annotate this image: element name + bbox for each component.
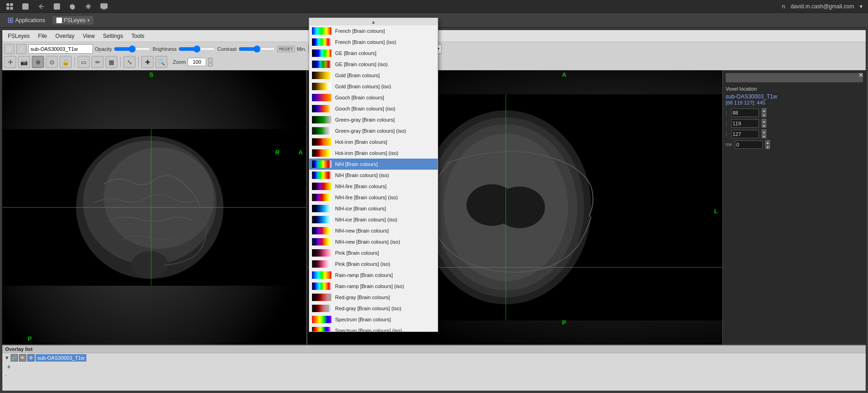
y-down-btn[interactable]: ▼: [762, 123, 766, 128]
menu-overlay[interactable]: Overlay: [52, 32, 78, 40]
layout-icon[interactable]: [21, 2, 30, 11]
lock-tool[interactable]: 🔒: [60, 56, 72, 68]
color-option-1[interactable]: French [Brain colours] (iso): [309, 37, 438, 48]
y-up-btn[interactable]: ▲: [762, 119, 766, 123]
color-option-16[interactable]: NIH-ice [Brain colours]: [309, 203, 438, 214]
color-option-27[interactable]: Spectrum [Brain colours] (iso): [309, 325, 438, 332]
cross-icon[interactable]: [84, 2, 92, 11]
close-right-panel-btn[interactable]: ✕: [858, 71, 864, 79]
info-panel-gray-bar: [726, 73, 863, 82]
fsleyes-app-button[interactable]: FSLeyes ▾: [53, 16, 93, 25]
color-option-20[interactable]: Pink [Brain colours]: [309, 247, 438, 258]
color-option-8[interactable]: Green-gray [Brain colours]: [309, 114, 438, 125]
color-option-19[interactable]: NIH-new [Brain colours] (iso): [309, 236, 438, 247]
color-option-10[interactable]: Hot-iron [Brain colours]: [309, 136, 438, 147]
color-option-17[interactable]: NIH-ice [Brain colours] (iso): [309, 214, 438, 225]
left-viewer-panel[interactable]: S P A R: [2, 70, 307, 344]
color-option-4[interactable]: Gold [Brain colours]: [309, 70, 438, 81]
svg-point-19: [104, 147, 214, 249]
applications-label: Applications: [15, 17, 45, 24]
color-option-18[interactable]: NIH-new [Brain colours]: [309, 225, 438, 236]
info-icon-btn[interactable]: i: [16, 44, 26, 54]
svg-rect-0: [6, 3, 9, 6]
menu-file[interactable]: File: [34, 32, 50, 40]
menu-tools[interactable]: Tools: [128, 32, 148, 40]
edit-mask-tool[interactable]: ▦: [105, 56, 117, 68]
opacity-slider[interactable]: [114, 46, 151, 52]
x-coord-input[interactable]: [731, 109, 759, 117]
user-account[interactable]: david.m.cash@gmail.com: [790, 3, 854, 10]
chevron-down-icon[interactable]: ▾: [860, 3, 862, 10]
color-option-25[interactable]: Red-gray [Brain colours] (iso): [309, 303, 438, 314]
color-option-14[interactable]: NIH-fire [Brain colours]: [309, 181, 438, 192]
menu-view[interactable]: View: [79, 32, 98, 40]
zoom-label: Zoom: [173, 59, 186, 65]
color-option-7[interactable]: Gooch [Brain colours] (iso): [309, 103, 438, 114]
color-option-22[interactable]: Rain-ramp [Brain colours]: [309, 270, 438, 281]
reset-button[interactable]: RESET: [277, 46, 295, 52]
cursor-tool[interactable]: ⊕: [32, 56, 44, 68]
color-option-26[interactable]: Spectrum [Brain colours]: [309, 314, 438, 325]
color-swatch-14: [312, 183, 331, 190]
collapse-overlay-btn[interactable]: ▼: [4, 355, 10, 361]
transform-tool[interactable]: ⤡: [123, 56, 135, 68]
contrast-slider[interactable]: [238, 46, 275, 52]
x-down-btn[interactable]: ▼: [762, 113, 766, 117]
color-option-2[interactable]: GE [Brain colours]: [309, 48, 438, 59]
applications-button[interactable]: ⊞ Applications: [4, 15, 49, 25]
zoom-input[interactable]: [188, 58, 206, 66]
color-option-23[interactable]: Rain-ramp [Brain colours] (iso): [309, 281, 438, 292]
overlay-name-input[interactable]: [28, 44, 93, 54]
back-icon[interactable]: [37, 2, 45, 11]
color-option-9[interactable]: Green-gray [Brain colours] (iso): [309, 125, 438, 136]
overlay-list-item[interactable]: sub-OAS30003_T1w: [36, 354, 86, 362]
color-label-22: Rain-ramp [Brain colours]: [335, 272, 393, 278]
overlay-settings-btn[interactable]: ⚙: [27, 354, 35, 362]
color-option-3[interactable]: GE [Brain colours] (iso): [309, 59, 438, 70]
color-swatch-22: [312, 271, 331, 279]
add-crosshair-tool[interactable]: ✚: [141, 56, 153, 68]
svg-point-20: [131, 251, 168, 279]
grid-icon[interactable]: [6, 2, 14, 11]
x-up-btn[interactable]: ▲: [762, 108, 766, 112]
add-overlay-btn[interactable]: +: [5, 363, 12, 370]
color-option-12[interactable]: NIH [Brain colours]: [309, 159, 438, 170]
menu-settings[interactable]: Settings: [99, 32, 127, 40]
color-option-15[interactable]: NIH-fire [Brain colours] (iso): [309, 192, 438, 203]
z-coord-input[interactable]: [731, 130, 759, 138]
zoom-down-btn[interactable]: ▼: [208, 62, 213, 67]
val-up-btn[interactable]: ▲: [765, 140, 770, 144]
settings-icon-btn[interactable]: ⚙: [4, 44, 14, 54]
color-option-13[interactable]: NIH [Brain colours] (iso): [309, 170, 438, 181]
crosshair-tool[interactable]: ✛: [4, 56, 16, 68]
val-down-btn[interactable]: ▼: [765, 145, 770, 149]
color-option-0[interactable]: French [Brain colours]: [309, 25, 438, 37]
overlay-minus-btn[interactable]: -: [4, 372, 864, 379]
voxel-filename-row: sub-OAS30003_T1w [88 119 127]: 445: [726, 93, 863, 105]
gear-icon[interactable]: [68, 2, 77, 11]
dropdown-scroll-up[interactable]: ▲: [309, 18, 438, 25]
layout2-icon[interactable]: [53, 2, 61, 11]
menu-fsleyes[interactable]: FSLeyes: [4, 32, 33, 40]
pencil-tool[interactable]: ✏: [92, 56, 104, 68]
z-up-btn[interactable]: ▲: [762, 129, 766, 134]
color-option-6[interactable]: Gooch [Brain colours]: [309, 92, 438, 103]
overlay-eye-btn[interactable]: 👁: [19, 354, 26, 362]
value-input[interactable]: [735, 141, 763, 149]
y-coord-input[interactable]: [731, 119, 759, 128]
color-dropdown[interactable]: ▲ French [Brain colours]French [Brain co…: [309, 18, 438, 332]
color-option-24[interactable]: Red-gray [Brain colours]: [309, 292, 438, 303]
magnify-tool[interactable]: 🔍: [155, 56, 167, 68]
color-option-21[interactable]: Pink [Brain colours] (iso): [309, 258, 438, 270]
zoom-up-btn[interactable]: ▲: [208, 58, 213, 62]
z-down-btn[interactable]: ▼: [762, 134, 766, 138]
color-option-11[interactable]: Hot-iron [Brain colours] (iso): [309, 147, 438, 159]
brightness-slider[interactable]: [178, 46, 215, 52]
color-option-5[interactable]: Gold [Brain colours] (iso): [309, 81, 438, 92]
rect-select-tool[interactable]: ▭: [78, 56, 90, 68]
overlay-link-btn[interactable]: 🔗: [11, 354, 18, 362]
display-icon[interactable]: [100, 2, 108, 11]
color-label-15: NIH-fire [Brain colours] (iso): [335, 195, 398, 200]
pan-tool[interactable]: ⊙: [46, 56, 58, 68]
camera-tool[interactable]: 📷: [18, 56, 30, 68]
